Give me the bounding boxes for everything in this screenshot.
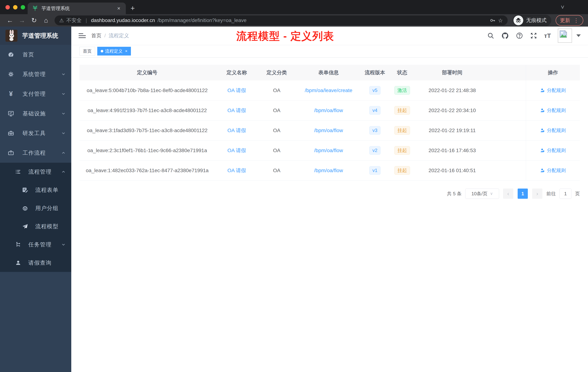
- definition-name-link[interactable]: OA 请假: [227, 148, 246, 153]
- workflow-submenu: 流程管理 流程表单: [0, 163, 71, 272]
- sidebar-item-process-model[interactable]: 流程模型: [0, 217, 71, 236]
- tag-home[interactable]: 首页: [79, 47, 95, 55]
- search-icon[interactable]: [487, 32, 494, 39]
- minimize-window-button[interactable]: [13, 5, 17, 10]
- definition-category: OA: [259, 148, 295, 153]
- version-tag: v2: [369, 146, 380, 155]
- list-tree-icon: [15, 169, 22, 175]
- fullscreen-icon[interactable]: [530, 32, 537, 39]
- sidebar-item-label: 研发工具: [22, 130, 61, 137]
- password-key-icon[interactable]: [490, 17, 495, 23]
- logo-avatar: [5, 30, 17, 42]
- user-icon: [540, 168, 545, 173]
- monitor-icon: [7, 110, 15, 117]
- sidebar-item-user-group[interactable]: 用户分组: [0, 199, 71, 217]
- goto-page-input[interactable]: [559, 188, 571, 199]
- sidebar-item-dev[interactable]: 研发工具: [0, 123, 71, 143]
- browser-update-button[interactable]: 更新 ⋮: [556, 15, 583, 26]
- page-number-button[interactable]: 1: [518, 188, 528, 199]
- annotation-title: 流程模型 - 定义列表: [236, 29, 334, 43]
- sidebar-item-leave-query[interactable]: 请假查询: [0, 254, 71, 272]
- chevron-down-icon: [61, 92, 66, 96]
- deploy-time: 2022-01-22 20:34:10: [417, 108, 488, 113]
- browser-menu-icon[interactable]: ⋮: [573, 17, 579, 24]
- paper-plane-icon: [21, 223, 29, 230]
- not-secure-label: 不安全: [66, 17, 82, 24]
- breadcrumb-home[interactable]: 首页: [91, 32, 101, 39]
- window-controls[interactable]: [5, 5, 25, 10]
- help-icon[interactable]: [516, 32, 523, 39]
- address-bar[interactable]: ⚠ 不安全 | dashboard.yudao.iocoder.cn/bpm/m…: [54, 15, 508, 25]
- definition-category: OA: [259, 108, 295, 113]
- page-content: 定义编号 定义名称 定义分类 表单信息 流程版本 状态 部署时间 操作 oa_l…: [71, 57, 588, 372]
- sidebar-item-label: 工作流程: [22, 149, 61, 157]
- assign-rule-button[interactable]: 分配规则: [540, 167, 566, 174]
- form-link[interactable]: /bpm/oa/leave/create: [305, 88, 352, 93]
- sidebar-item-workflow[interactable]: 工作流程: [0, 143, 71, 163]
- form-link[interactable]: /bpm/oa/flow: [314, 128, 343, 133]
- forward-button[interactable]: →: [17, 17, 27, 24]
- not-secure-warning-icon: ⚠: [59, 17, 64, 23]
- tab-close-icon[interactable]: ×: [116, 6, 121, 11]
- chevron-down-icon: [61, 131, 66, 136]
- new-tab-button[interactable]: +: [131, 4, 135, 12]
- chevron-up-icon: [61, 151, 66, 155]
- tab-search-icon[interactable]: ˅: [561, 4, 564, 11]
- form-link[interactable]: /bpm/oa/flow: [314, 148, 343, 153]
- sidebar-item-home[interactable]: 首页: [0, 45, 71, 65]
- form-link[interactable]: /bpm/oa/flow: [314, 108, 343, 113]
- url-separator: |: [86, 17, 87, 23]
- back-button[interactable]: ←: [5, 17, 15, 24]
- col-header-version: 流程版本: [362, 69, 388, 76]
- app-navbar: 首页 / 流程定义 流程模型 - 定义列表: [71, 27, 588, 45]
- briefcase-icon: [7, 150, 15, 156]
- definition-name-link[interactable]: OA 请假: [227, 88, 246, 93]
- avatar-caret-icon[interactable]: [576, 34, 581, 37]
- sidebar-item-label: 流程表单: [35, 186, 66, 194]
- sidebar-item-label: 支付管理: [22, 90, 61, 98]
- sidebar-item-task-mgmt[interactable]: 任务管理: [0, 236, 71, 254]
- definition-name-link[interactable]: OA 请假: [227, 168, 246, 173]
- user-avatar[interactable]: [558, 29, 572, 43]
- reload-button[interactable]: ↻: [29, 17, 39, 24]
- pagination-total: 共 5 条: [447, 191, 462, 197]
- home-button[interactable]: ⌂: [41, 17, 51, 24]
- bookmark-star-icon[interactable]: ☆: [498, 17, 503, 24]
- sidebar-item-label: 用户分组: [35, 205, 66, 212]
- github-icon[interactable]: [501, 32, 509, 40]
- table-header-row: 定义编号 定义名称 定义分类 表单信息 流程版本 状态 部署时间 操作: [79, 65, 580, 80]
- status-badge: 挂起: [394, 166, 410, 175]
- maximize-window-button[interactable]: [21, 5, 25, 10]
- deploy-time: 2022-01-16 01:40:51: [417, 168, 488, 174]
- browser-tab[interactable]: 芋道管理系统 ×: [28, 2, 126, 14]
- prev-page-button[interactable]: ‹: [503, 188, 513, 199]
- tag-current[interactable]: 流程定义 ×: [97, 47, 131, 55]
- chevron-up-icon: [61, 169, 66, 174]
- sidebar-item-process-form[interactable]: 流程表单: [0, 181, 71, 199]
- sidebar-item-system[interactable]: 系统管理: [0, 65, 71, 84]
- assign-rule-button[interactable]: 分配规则: [540, 147, 566, 153]
- next-page-button[interactable]: ›: [532, 188, 542, 199]
- definition-name-link[interactable]: OA 请假: [227, 128, 246, 133]
- assign-rule-button[interactable]: 分配规则: [540, 87, 566, 94]
- deploy-time: 2022-01-22 19:19:11: [417, 128, 488, 133]
- tags-view-bar: 首页 流程定义 ×: [71, 45, 588, 57]
- assign-rule-button[interactable]: 分配规则: [540, 127, 566, 134]
- sidebar-item-pay[interactable]: ¥ 支付管理: [0, 84, 71, 104]
- breadcrumb: 首页 / 流程定义: [91, 32, 129, 39]
- sidebar-item-infra[interactable]: 基础设施: [0, 104, 71, 123]
- close-window-button[interactable]: [5, 5, 10, 10]
- table-row: oa_leave:1:482ec033-762a-11ec-8477-a2380…: [79, 161, 580, 181]
- form-link[interactable]: /bpm/oa/flow: [314, 168, 343, 173]
- sidebar-item-label: 首页: [22, 51, 66, 58]
- tag-close-icon[interactable]: ×: [125, 49, 127, 54]
- sidebar-logo[interactable]: 芋道管理系统: [0, 27, 71, 45]
- page-size-select[interactable]: 10条/页 ∨: [465, 188, 499, 199]
- assign-rule-button[interactable]: 分配规则: [540, 107, 566, 114]
- hamburger-icon[interactable]: [79, 33, 86, 38]
- definition-name-link[interactable]: OA 请假: [227, 108, 246, 113]
- sidebar-item-label: 流程模型: [35, 223, 66, 230]
- table-row: oa_leave:4:991f2193-7b7f-11ec-a3c8-acde4…: [79, 100, 580, 120]
- sidebar-item-process-mgmt[interactable]: 流程管理: [0, 163, 71, 181]
- font-size-icon[interactable]: тT: [544, 32, 551, 39]
